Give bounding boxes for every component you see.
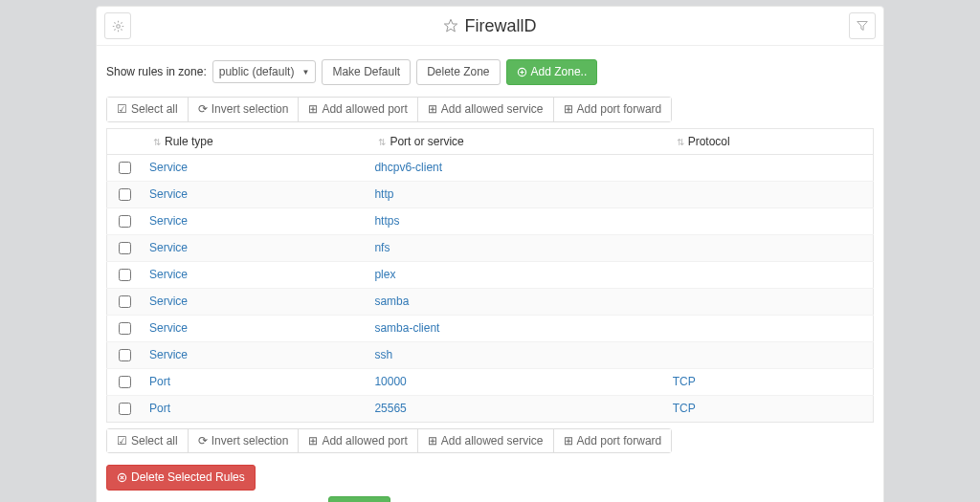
rule-value-link[interactable]: plex — [374, 268, 395, 281]
zone-select-value: public (default) — [219, 65, 295, 78]
add-port-label: Add allowed port — [322, 101, 407, 118]
table-row: Servicenfs — [107, 234, 874, 261]
add-forward-button[interactable]: ⊞ Add port forward — [554, 429, 672, 453]
row-checkbox[interactable] — [119, 349, 131, 361]
select-all-label: Select all — [131, 101, 178, 118]
rule-value-link[interactable]: http — [374, 187, 393, 201]
row-checkbox[interactable] — [119, 403, 131, 415]
add-service-label: Add allowed service — [441, 101, 544, 118]
add-zone-button[interactable]: Add Zone.. — [506, 59, 598, 85]
rule-value-link[interactable]: 10000 — [374, 375, 406, 388]
table-row: Port25565TCP — [107, 395, 874, 422]
rule-type-link[interactable]: Service — [149, 241, 188, 254]
add-forward-label: Add port forward — [577, 101, 662, 118]
panel-body: Show rules in zone: public (default) Mak… — [97, 46, 883, 502]
x-circle-icon — [117, 472, 127, 483]
rule-value-link[interactable]: 25565 — [374, 402, 406, 415]
rule-type-link[interactable]: Service — [149, 214, 188, 228]
rules-table: Rule type Port or service Protocol Servi… — [106, 128, 874, 423]
gear-icon — [112, 20, 124, 33]
rule-value-link[interactable]: https — [374, 214, 399, 228]
filter-icon — [857, 20, 868, 32]
table-row: Serviceplex — [107, 261, 874, 288]
filter-button[interactable] — [849, 12, 876, 39]
table-row: Port10000TCP — [107, 368, 874, 395]
row-checkbox[interactable] — [119, 322, 131, 335]
svg-marker-1 — [445, 19, 457, 32]
sort-icon — [149, 137, 165, 147]
add-port-button[interactable]: ⊞ Add allowed port — [299, 429, 417, 453]
save-button[interactable]: Save — [328, 496, 390, 502]
rule-type-link[interactable]: Service — [149, 295, 188, 308]
col-rule-type[interactable]: Rule type — [142, 128, 367, 154]
rules-toolbar-bottom: ☑ Select all ⟳ Invert selection ⊞ Add al… — [106, 428, 672, 454]
page-title-text: FirewallD — [464, 16, 536, 36]
rule-proto-link[interactable]: TCP — [673, 402, 696, 415]
rule-type-link[interactable]: Port — [149, 402, 170, 415]
delete-selected-button[interactable]: Delete Selected Rules — [106, 465, 256, 491]
row-checkbox[interactable] — [119, 295, 131, 308]
table-row: Servicedhcpv6-client — [107, 154, 874, 181]
delete-selected-label: Delete Selected Rules — [131, 469, 245, 486]
firewalld-panel: FirewallD Show rules in zone: public (de… — [96, 6, 884, 502]
add-service-button[interactable]: ⊞ Add allowed service — [418, 429, 554, 453]
rule-type-link[interactable]: Port — [149, 375, 170, 388]
rule-type-link[interactable]: Service — [149, 161, 188, 174]
rule-type-link[interactable]: Service — [149, 187, 188, 201]
select-all-button[interactable]: ☑ Select all — [107, 98, 189, 121]
row-checkbox[interactable] — [119, 188, 131, 201]
make-default-button[interactable]: Make Default — [322, 59, 411, 85]
refresh-icon: ⟳ — [198, 101, 208, 118]
zone-label: Show rules in zone: — [106, 65, 207, 78]
select-all-button[interactable]: ☑ Select all — [107, 429, 189, 453]
table-row: Servicesamba-client — [107, 315, 874, 341]
rule-type-link[interactable]: Service — [149, 348, 188, 361]
svg-point-0 — [116, 24, 120, 28]
rule-type-link[interactable]: Service — [149, 321, 188, 335]
plus-icon: ⊞ — [308, 101, 318, 118]
table-row: Servicesamba — [107, 288, 874, 315]
row-checkbox[interactable] — [119, 242, 131, 254]
row-checkbox[interactable] — [119, 376, 131, 388]
zone-row: Show rules in zone: public (default) Mak… — [106, 59, 874, 85]
invert-label: Invert selection — [212, 101, 289, 118]
svg-marker-2 — [858, 22, 868, 31]
table-row: Servicehttps — [107, 207, 874, 234]
interfaces-row: Apply rules to interfaces: lo eno1 Save — [106, 496, 874, 502]
plus-icon: ⊞ — [308, 433, 318, 449]
sort-icon — [673, 137, 688, 147]
add-zone-label: Add Zone.. — [531, 64, 588, 80]
rule-value-link[interactable]: samba-client — [374, 321, 439, 335]
plus-icon: ⊞ — [564, 101, 573, 118]
sort-icon — [374, 137, 390, 147]
col-port-service[interactable]: Port or service — [367, 128, 664, 154]
rule-value-link[interactable]: dhcpv6-client — [374, 161, 442, 174]
refresh-icon: ⟳ — [198, 433, 208, 449]
add-service-button[interactable]: ⊞ Add allowed service — [418, 98, 554, 121]
rule-type-link[interactable]: Service — [149, 268, 188, 281]
plus-icon: ⊞ — [564, 433, 573, 449]
add-forward-button[interactable]: ⊞ Add port forward — [554, 98, 672, 121]
add-port-button[interactable]: ⊞ Add allowed port — [299, 98, 417, 121]
star-icon — [443, 18, 458, 33]
rules-toolbar-top: ☑ Select all ⟳ Invert selection ⊞ Add al… — [106, 97, 672, 122]
rule-value-link[interactable]: samba — [374, 295, 409, 308]
invert-selection-button[interactable]: ⟳ Invert selection — [189, 429, 300, 453]
rule-value-link[interactable]: ssh — [374, 348, 392, 361]
settings-gear-button[interactable] — [104, 12, 131, 39]
row-checkbox[interactable] — [119, 269, 131, 281]
row-checkbox[interactable] — [119, 162, 131, 174]
invert-selection-button[interactable]: ⟳ Invert selection — [189, 98, 300, 121]
zone-select[interactable]: public (default) — [212, 60, 317, 83]
rule-proto-link[interactable]: TCP — [673, 375, 696, 388]
check-icon: ☑ — [117, 101, 127, 118]
table-row: Servicessh — [107, 341, 874, 368]
col-checkbox — [107, 128, 143, 154]
delete-zone-button[interactable]: Delete Zone — [416, 59, 500, 85]
row-checkbox[interactable] — [119, 215, 131, 228]
page-title: FirewallD — [131, 16, 849, 36]
plus-icon: ⊞ — [428, 433, 437, 449]
col-protocol[interactable]: Protocol — [665, 128, 874, 154]
panel-header: FirewallD — [97, 7, 883, 46]
rule-value-link[interactable]: nfs — [374, 241, 390, 254]
